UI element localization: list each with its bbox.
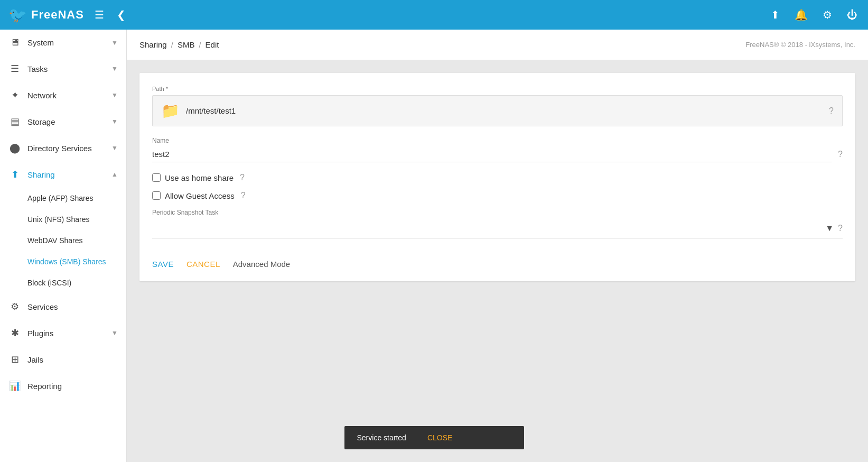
sidebar-item-label: Plugins bbox=[27, 329, 53, 338]
folder-icon: 📁 bbox=[161, 102, 180, 119]
sidebar-sub-item-label: Apple (AFP) Shares bbox=[27, 194, 94, 202]
logo: 🐦 FreeNAS bbox=[8, 6, 84, 24]
snackbar-close-button[interactable]: close bbox=[427, 433, 452, 442]
services-icon: ⚙ bbox=[8, 301, 21, 312]
chevron-down-icon: ▼ bbox=[111, 91, 118, 99]
path-field: 📁 /mnt/test/test1 ? bbox=[152, 95, 843, 126]
sidebar-item-label: Directory Services bbox=[27, 144, 92, 153]
sidebar-item-webdav-shares[interactable]: WebDAV Shares bbox=[0, 230, 126, 251]
topbar-left: 🐦 FreeNAS ☰ ❮ bbox=[8, 6, 128, 24]
button-row: Save Cancel Advanced Mode bbox=[152, 251, 843, 269]
breadcrumb-copyright: FreeNAS® © 2018 - iXsystems, Inc. bbox=[745, 41, 855, 49]
sidebar-item-label: Sharing bbox=[27, 170, 55, 179]
sidebar-item-sharing[interactable]: ⬆ Sharing ▲ bbox=[0, 161, 126, 188]
logo-text: FreeNAS bbox=[31, 8, 84, 22]
power-icon[interactable]: ⏻ bbox=[845, 7, 860, 23]
jails-icon: ⊞ bbox=[8, 354, 21, 365]
path-input-wrapper: /mnt/test/test1 ? bbox=[186, 106, 834, 116]
periodic-snapshot-section: Periodic Snapshot Task ▼ ? bbox=[152, 209, 843, 238]
sidebar-item-plugins[interactable]: ✱ Plugins ▼ bbox=[0, 320, 126, 346]
tasks-icon: ☰ bbox=[8, 63, 21, 75]
chevron-up-icon: ▲ bbox=[111, 171, 118, 178]
use-as-home-share-checkbox[interactable] bbox=[152, 173, 161, 182]
plugins-icon: ✱ bbox=[8, 327, 21, 339]
path-section: Path * 📁 /mnt/test/test1 ? bbox=[152, 86, 843, 126]
sidebar-sub-item-label: WebDAV Shares bbox=[27, 236, 83, 245]
allow-guest-access-checkbox[interactable] bbox=[152, 191, 161, 200]
breadcrumb: Sharing / SMB / Edit FreeNAS® © 2018 - i… bbox=[127, 30, 868, 60]
sidebar-item-smb-shares[interactable]: Windows (SMB) Shares bbox=[0, 251, 126, 272]
breadcrumb-sharing[interactable]: Sharing bbox=[139, 40, 167, 49]
periodic-snapshot-help-icon[interactable]: ? bbox=[838, 224, 843, 233]
use-as-home-share-help-icon[interactable]: ? bbox=[240, 173, 245, 182]
main-layout: 🖥 System ▼ ☰ Tasks ▼ ✦ Network ▼ ▤ Stora… bbox=[0, 30, 868, 462]
sidebar-item-label: Storage bbox=[27, 117, 55, 126]
name-field-group: Name ? bbox=[152, 137, 843, 162]
sidebar-sub-item-label: Block (iSCSI) bbox=[27, 279, 71, 287]
name-label: Name bbox=[152, 137, 843, 144]
chevron-down-icon: ▼ bbox=[111, 329, 118, 337]
topbar-right: ⬆ 🔔 ⚙ ⏻ bbox=[769, 6, 860, 23]
sidebar-item-label: Network bbox=[27, 91, 57, 100]
topbar: 🐦 FreeNAS ☰ ❮ ⬆ 🔔 ⚙ ⏻ bbox=[0, 0, 868, 30]
cancel-button[interactable]: Cancel bbox=[186, 260, 220, 269]
menu-icon[interactable]: ☰ bbox=[92, 6, 106, 23]
snackbar-message: Service started bbox=[357, 433, 406, 442]
reporting-icon: 📊 bbox=[8, 380, 21, 392]
sidebar-item-tasks[interactable]: ☰ Tasks ▼ bbox=[0, 56, 126, 82]
chevron-down-icon: ▼ bbox=[111, 144, 118, 152]
bell-icon[interactable]: 🔔 bbox=[792, 6, 810, 23]
sidebar-item-nfs-shares[interactable]: Unix (NFS) Shares bbox=[0, 209, 126, 230]
sidebar-item-label: Tasks bbox=[27, 64, 48, 73]
sidebar-item-reporting[interactable]: 📊 Reporting bbox=[0, 373, 126, 399]
gear-icon[interactable]: ⚙ bbox=[820, 6, 834, 23]
path-label: Path * bbox=[152, 86, 843, 92]
system-icon: 🖥 bbox=[8, 37, 21, 48]
sidebar-item-system[interactable]: 🖥 System ▼ bbox=[0, 30, 126, 56]
storage-icon: ▤ bbox=[8, 116, 21, 127]
form-card: Path * 📁 /mnt/test/test1 ? Name ? bbox=[139, 73, 855, 281]
breadcrumb-left: Sharing / SMB / Edit bbox=[139, 40, 219, 49]
periodic-snapshot-select[interactable] bbox=[152, 221, 821, 235]
sidebar-item-afp-shares[interactable]: Apple (AFP) Shares bbox=[0, 188, 126, 209]
name-input[interactable] bbox=[152, 146, 832, 162]
use-as-home-share-field: Use as home share ? bbox=[152, 173, 843, 182]
sharing-icon: ⬆ bbox=[8, 169, 21, 180]
save-button[interactable]: Save bbox=[152, 260, 174, 269]
advanced-mode-button[interactable]: Advanced Mode bbox=[233, 260, 290, 269]
sidebar-item-label: Jails bbox=[27, 355, 43, 364]
sidebar-item-label: System bbox=[27, 38, 54, 47]
use-as-home-share-label: Use as home share bbox=[165, 173, 234, 182]
dropdown-arrow-icon: ▼ bbox=[825, 224, 834, 233]
sidebar-item-label: Reporting bbox=[27, 382, 62, 391]
logo-bird-icon: 🐦 bbox=[8, 6, 27, 24]
periodic-snapshot-dropdown-field: ▼ ? bbox=[152, 218, 843, 238]
sidebar: 🖥 System ▼ ☰ Tasks ▼ ✦ Network ▼ ▤ Stora… bbox=[0, 30, 127, 462]
allow-guest-access-field: Allow Guest Access ? bbox=[152, 191, 843, 200]
chevron-down-icon: ▼ bbox=[111, 118, 118, 125]
allow-guest-access-help-icon[interactable]: ? bbox=[241, 191, 246, 200]
breadcrumb-smb[interactable]: SMB bbox=[178, 40, 195, 49]
directory-services-icon: ⬤ bbox=[8, 142, 21, 154]
periodic-snapshot-label: Periodic Snapshot Task bbox=[152, 209, 843, 216]
chevron-down-icon: ▼ bbox=[111, 39, 118, 47]
sidebar-item-storage[interactable]: ▤ Storage ▼ bbox=[0, 108, 126, 135]
sidebar-item-services[interactable]: ⚙ Services bbox=[0, 293, 126, 320]
breadcrumb-sep1: / bbox=[171, 40, 173, 49]
upload-icon[interactable]: ⬆ bbox=[769, 6, 782, 23]
path-value: /mnt/test/test1 bbox=[186, 106, 829, 115]
sidebar-item-directory-services[interactable]: ⬤ Directory Services ▼ bbox=[0, 135, 126, 161]
breadcrumb-sep2: / bbox=[199, 40, 201, 49]
network-icon: ✦ bbox=[8, 89, 21, 101]
breadcrumb-edit: Edit bbox=[206, 40, 219, 49]
path-help-icon[interactable]: ? bbox=[829, 106, 834, 116]
name-field-row: ? bbox=[152, 146, 843, 162]
name-help-icon[interactable]: ? bbox=[838, 150, 843, 159]
sidebar-item-network[interactable]: ✦ Network ▼ bbox=[0, 82, 126, 108]
sidebar-item-jails[interactable]: ⊞ Jails bbox=[0, 346, 126, 373]
back-icon[interactable]: ❮ bbox=[115, 6, 128, 23]
sidebar-item-iscsi-shares[interactable]: Block (iSCSI) bbox=[0, 272, 126, 293]
allow-guest-access-label: Allow Guest Access bbox=[165, 191, 235, 200]
sidebar-sub-item-label: Unix (NFS) Shares bbox=[27, 215, 89, 224]
periodic-snapshot-wrapper bbox=[152, 221, 821, 235]
